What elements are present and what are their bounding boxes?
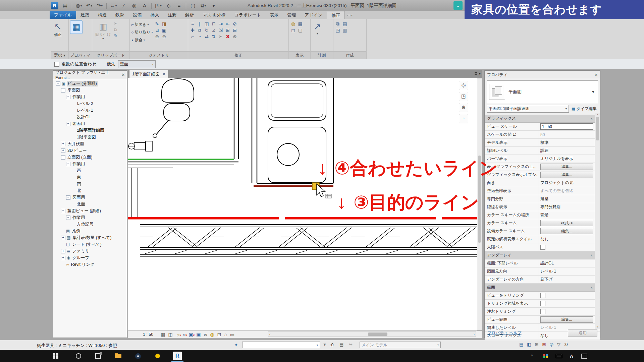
tab-建築[interactable]: 建築 bbox=[76, 11, 94, 19]
scroll-right-icon[interactable]: › bbox=[473, 332, 475, 337]
editable-only-icon[interactable]: ⊞ bbox=[535, 342, 539, 347]
paste-button[interactable]: ▥貼り付け▾ bbox=[94, 20, 113, 41]
tool-icon[interactable]: ◳ bbox=[335, 27, 341, 33]
scroll-left-icon[interactable]: ‹ bbox=[269, 332, 271, 337]
collapse-icon[interactable]: − bbox=[66, 216, 70, 220]
text-icon[interactable]: A bbox=[140, 2, 150, 10]
tree-item-1階平面図[interactable]: 1階平面図 bbox=[53, 134, 127, 140]
wheel-icon[interactable]: ◎ bbox=[459, 81, 468, 90]
property-row-設備カラー スキーム[interactable]: 設備カラー スキーム編集... bbox=[485, 227, 600, 235]
floor-plan-view[interactable]: ◎◳⊕▫ bbox=[128, 78, 477, 330]
measure-button[interactable]: ↗▾ bbox=[312, 20, 323, 36]
expand-icon[interactable]: + bbox=[61, 148, 65, 153]
property-row-注釈トリミング[interactable]: 注釈トリミング bbox=[485, 308, 600, 316]
expand-icon[interactable]: + bbox=[61, 256, 65, 260]
tool-icon[interactable]: ⊞ bbox=[225, 27, 231, 33]
property-edit-field[interactable]: 1 : 50 bbox=[540, 123, 593, 130]
property-row-カラー スキーム[interactable]: カラー スキーム<なし> bbox=[485, 219, 600, 227]
tree-item-1階平面詳細図[interactable]: 1階平面詳細図 bbox=[53, 127, 127, 134]
add-to-set-icon[interactable]: ↪ bbox=[349, 342, 353, 347]
tool-icon[interactable]: ⊘ bbox=[232, 21, 238, 26]
tray-app[interactable] bbox=[538, 350, 553, 362]
tree-item-天井伏図[interactable]: +天井伏図 bbox=[53, 140, 127, 147]
revit-taskbar-icon[interactable]: R bbox=[170, 350, 185, 362]
property-checkbox[interactable] bbox=[540, 301, 545, 306]
tab-ファイル[interactable]: ファイル bbox=[50, 11, 76, 19]
canvas-vertical-scrollbar[interactable] bbox=[477, 78, 482, 330]
visual-style-icon[interactable]: ◫ bbox=[168, 332, 173, 337]
tool-icon[interactable]: ⊕ bbox=[154, 34, 160, 39]
tool-icon[interactable]: ⊖ bbox=[161, 34, 167, 39]
shadows-icon[interactable]: ◐× bbox=[183, 332, 186, 337]
property-row-表示/グラフィックスの上...[interactable]: 表示/グラフィックスの上...編集... bbox=[485, 163, 600, 171]
property-button-編集...[interactable]: 編集... bbox=[540, 228, 593, 234]
edit-type-button[interactable]: ▦ タイプ編集 bbox=[570, 105, 598, 112]
tool-icon[interactable]: ⌐ bbox=[190, 34, 196, 39]
temporary-view-properties-icon[interactable]: ⊡ bbox=[217, 332, 221, 337]
tool-icon[interactable]: ▣ bbox=[161, 27, 167, 33]
tool-icon[interactable]: ⧉ bbox=[335, 21, 341, 26]
priority-dropdown[interactable]: 壁面 ▾ bbox=[118, 60, 156, 68]
steam-icon[interactable] bbox=[130, 350, 145, 362]
properties-help-link[interactable]: プロパティ ヘルプ bbox=[487, 330, 522, 336]
close-hidden-icon[interactable]: ▢ bbox=[188, 2, 198, 10]
property-row-アンダーレイ[interactable]: アンダーレイ∧ bbox=[485, 251, 600, 259]
tree-item-作業用[interactable]: −作業用 bbox=[53, 214, 127, 221]
close-icon[interactable]: ✕ bbox=[121, 72, 125, 77]
navigation-bar[interactable]: ◎◳⊕▫ bbox=[459, 81, 468, 123]
property-checkbox[interactable] bbox=[540, 293, 545, 298]
filter-icon[interactable]: ▼ bbox=[323, 342, 327, 347]
copy-icon[interactable]: ⧉ bbox=[114, 27, 118, 32]
tag-icon[interactable]: ◎ bbox=[129, 2, 139, 10]
tree-item-北面[interactable]: 北面 bbox=[53, 201, 127, 207]
view-tab[interactable]: 1階平面詳細図 ✕ bbox=[129, 70, 168, 78]
切欠き-button[interactable]: ⌐切欠き▾ bbox=[131, 21, 153, 28]
property-checkbox[interactable] bbox=[540, 245, 545, 250]
analytical-model-icon[interactable]: ⌂ bbox=[224, 332, 227, 337]
infocenter-icon[interactable]: ◒ bbox=[453, 1, 463, 10]
reveal-constraints-icon[interactable]: ▭ bbox=[230, 332, 234, 337]
task-view-icon[interactable] bbox=[91, 350, 105, 362]
tab-アドイン[interactable]: アドイン bbox=[300, 11, 327, 19]
tree-item-レベル 1[interactable]: レベル 1 bbox=[53, 107, 127, 114]
sun-path-icon[interactable]: ☼× bbox=[176, 332, 180, 337]
property-row-ビュー範囲[interactable]: ビュー範囲編集... bbox=[485, 316, 600, 324]
tool-icon[interactable]: ⊟ bbox=[232, 27, 238, 33]
undo-icon[interactable]: ↶▾ bbox=[84, 2, 94, 10]
tree-item-図面用[interactable]: −図面用 bbox=[53, 194, 127, 201]
scrollbar-thumb[interactable] bbox=[478, 156, 481, 243]
worksets-icon[interactable]: ▤ bbox=[519, 342, 523, 347]
crop-region-icon[interactable]: ▣ bbox=[196, 332, 201, 337]
property-button-編集...[interactable]: 編集... bbox=[540, 172, 593, 178]
ribbon-state-toggle[interactable]: ▭▾ bbox=[347, 11, 352, 19]
collapse-icon[interactable]: − bbox=[61, 209, 65, 213]
tree-item-東[interactable]: 東 bbox=[53, 174, 127, 181]
default-3d-icon[interactable]: ◳▾ bbox=[153, 2, 163, 10]
expand-icon[interactable]: + bbox=[61, 249, 65, 253]
tool-icon[interactable]: ⇄ bbox=[204, 34, 210, 39]
filter-icon[interactable]: ▽ bbox=[557, 342, 560, 347]
tray-chevron[interactable]: ⌃ bbox=[525, 350, 539, 362]
tree-item-シート (すべて)[interactable]: ▢シート (すべて) bbox=[53, 241, 127, 248]
collapse-icon[interactable]: − bbox=[56, 81, 60, 86]
reveal-hidden-elements-icon[interactable]: ◍ bbox=[210, 332, 214, 337]
crop-view-icon[interactable]: ▣× bbox=[189, 332, 193, 337]
collapse-icon[interactable]: − bbox=[66, 162, 70, 166]
tool-icon[interactable]: ◔ bbox=[197, 34, 203, 39]
canvas-horizontal-scrollbar[interactable]: ‹ › bbox=[268, 331, 476, 337]
collapse-icon[interactable]: − bbox=[66, 122, 70, 126]
switch-windows-icon[interactable]: ⧉▾ bbox=[198, 2, 208, 10]
tab-挿入[interactable]: 挿入 bbox=[146, 11, 163, 19]
multiple-alignment-checkbox[interactable] bbox=[54, 62, 59, 67]
tree-item-西[interactable]: 西 bbox=[53, 167, 127, 174]
接合-button[interactable]: ◗接合▾ bbox=[131, 37, 153, 43]
instance-selector[interactable]: 平面図: 1階平面詳細図 ▾ bbox=[487, 105, 569, 113]
tool-icon[interactable]: ✂ bbox=[218, 34, 224, 39]
tree-item-ファミリ[interactable]: +≣ファミリ bbox=[53, 248, 127, 254]
property-row-ビューをトリミング[interactable]: ビューをトリミング bbox=[485, 292, 600, 300]
tab-構造[interactable]: 構造 bbox=[94, 11, 111, 19]
tool-icon[interactable]: ◨ bbox=[161, 21, 167, 26]
customize-icon[interactable]: ▾ bbox=[209, 2, 219, 10]
properties-button[interactable]: ▦ bbox=[70, 20, 83, 34]
open-icon[interactable]: ▤ bbox=[60, 2, 70, 10]
